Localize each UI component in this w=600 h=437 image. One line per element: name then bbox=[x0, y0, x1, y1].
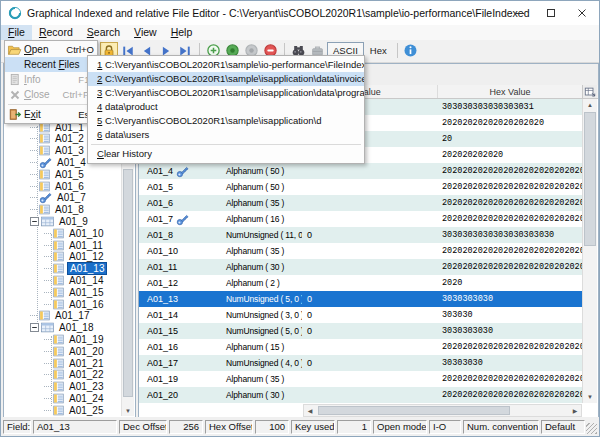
field-hex-cell: 30303030 bbox=[438, 355, 582, 371]
tree-item-a01_22[interactable]: A01_22 bbox=[44, 369, 105, 381]
table-row[interactable]: A01_15NumUnsigned ( 5, 0 )03030303030 bbox=[139, 323, 582, 339]
tree-item-label: A01_21 bbox=[67, 358, 105, 369]
tree-item-a01_7[interactable]: A01_7 bbox=[30, 192, 88, 204]
recent-file-item[interactable]: Clear History bbox=[88, 147, 364, 161]
menubar-item-search[interactable]: Search bbox=[80, 25, 127, 40]
table-row[interactable]: A01_14NumUnsigned ( 3, 0 )0303030 bbox=[139, 307, 582, 323]
field-name: A01_16 bbox=[147, 339, 178, 355]
table-row[interactable]: A01_20Alphanum ( 30 )2020202020202020202… bbox=[139, 387, 582, 403]
field-document-icon bbox=[39, 133, 50, 144]
table-row[interactable]: A01_12Alphanum ( 2 )2020 bbox=[139, 275, 582, 291]
table-row[interactable]: A01_13NumUnsigned ( 5, 0 )03030303030 bbox=[139, 291, 582, 307]
tree-item-a01_3[interactable]: A01_3 bbox=[30, 145, 86, 157]
table-row[interactable]: A01_10Alphanum ( 35 )2020202020202020202… bbox=[139, 243, 582, 259]
field-name: A01_17 bbox=[147, 355, 178, 371]
menubar-item-help[interactable]: Help bbox=[164, 25, 200, 40]
column-settings-icon[interactable] bbox=[582, 85, 597, 99]
table-row[interactable]: A01_11Alphanum ( 30 )2020202020202020202… bbox=[139, 259, 582, 275]
tree-item-a01_6[interactable]: A01_6 bbox=[30, 180, 86, 192]
tree-scroll-thumb[interactable] bbox=[123, 169, 133, 397]
tree-item-a01_10[interactable]: A01_10 bbox=[44, 227, 105, 239]
tree-item-a01_2[interactable]: A01_2 bbox=[30, 133, 86, 145]
tree-item-a01_11[interactable]: A01_11 bbox=[44, 239, 105, 251]
scroll-down-icon[interactable]: ▼ bbox=[122, 405, 134, 416]
field-hex-cell: 20202020202020202020 bbox=[438, 115, 582, 131]
recent-file-item[interactable]: 1 C:\Veryant\isCOBOL2020R1\sample\io-per… bbox=[88, 58, 364, 72]
tree-item-a01_18[interactable]: A01_18 bbox=[30, 322, 95, 334]
tree-branch-line bbox=[44, 351, 51, 352]
tree-item-a01_16[interactable]: A01_16 bbox=[44, 298, 105, 310]
tree-item-a01_8[interactable]: A01_8 bbox=[30, 204, 86, 216]
table-row[interactable]: A01_16Alphanum ( 15 )2020202020202020202… bbox=[139, 339, 582, 355]
tree-branch-line bbox=[30, 315, 37, 316]
table-horizontal-scrollbar[interactable]: ◀ ▶ bbox=[303, 404, 582, 417]
horizontal-scroll-thumb[interactable] bbox=[318, 406, 510, 415]
tree-item-a01_17[interactable]: A01_17 bbox=[30, 310, 91, 322]
recent-file-item[interactable]: 6 data\users bbox=[88, 128, 364, 142]
recent-file-item[interactable]: 2 C:\Veryant\isCOBOL2020R1\sample\isappl… bbox=[88, 72, 364, 86]
table-row[interactable]: A01_8NumUnsigned ( 11, 0 )03030303030303… bbox=[139, 227, 582, 243]
menu-item-recent-files[interactable]: Recent Files› bbox=[5, 57, 97, 72]
maximize-button[interactable] bbox=[535, 2, 566, 24]
tree-item-a01_4[interactable]: A01_4 bbox=[30, 156, 88, 168]
tree-item-a01_23[interactable]: A01_23 bbox=[44, 381, 105, 393]
field-name-cell: A01_11 bbox=[139, 259, 222, 275]
tree-item-a01_13[interactable]: A01_13 bbox=[44, 263, 107, 275]
table-vertical-scrollbar[interactable]: ▲ ▼ bbox=[582, 99, 597, 403]
table-row[interactable]: A01_4Alphanum ( 50 )20202020202020202020… bbox=[139, 163, 582, 179]
tree-item-a01_25[interactable]: A01_25 bbox=[44, 404, 105, 416]
tree-item-a01_24[interactable]: A01_24 bbox=[44, 392, 105, 404]
recent-file-item[interactable]: 4 data\product bbox=[88, 100, 364, 114]
menubar-item-record[interactable]: Record bbox=[32, 25, 80, 40]
recent-file-item[interactable]: 3 C:\Veryant\isCOBOL2020R1\sample\isappl… bbox=[88, 86, 364, 100]
open-folder-icon bbox=[5, 43, 24, 56]
menu-item-open[interactable]: OpenCtrl+O bbox=[5, 42, 97, 57]
tree-item-a01_20[interactable]: A01_20 bbox=[44, 345, 105, 357]
file-menu: OpenCtrl+ORecent Files›InfoF11CloseCtrl+… bbox=[4, 40, 98, 124]
minimize-button[interactable] bbox=[504, 2, 535, 24]
menu-separator bbox=[91, 144, 361, 145]
tree-item-a01_12[interactable]: A01_12 bbox=[44, 251, 105, 263]
menu-item-info[interactable]: InfoF11 bbox=[5, 72, 97, 87]
menu-item-exit[interactable]: ExitEsc bbox=[5, 107, 97, 122]
close-icon bbox=[577, 8, 587, 18]
table-row[interactable]: A01_19Alphanum ( 35 )2020202020202020202… bbox=[139, 371, 582, 387]
status-value: 100 bbox=[255, 420, 289, 434]
scroll-up-icon[interactable]: ▲ bbox=[583, 99, 597, 111]
tree-item-a01_9[interactable]: A01_9 bbox=[30, 215, 90, 227]
scroll-right-icon[interactable]: ▶ bbox=[569, 405, 581, 416]
scroll-down-icon[interactable]: ▼ bbox=[583, 391, 597, 403]
table-row[interactable]: A01_5Alphanum ( 50 )20202020202020202020… bbox=[139, 179, 582, 195]
tree-item-a01_15[interactable]: A01_15 bbox=[44, 286, 105, 298]
tree-branch-line bbox=[30, 186, 37, 187]
menubar-item-file[interactable]: File bbox=[1, 25, 32, 40]
resize-grip[interactable] bbox=[586, 423, 597, 434]
table-row[interactable]: A01_17NumUnsigned ( 4, 0 )030303030 bbox=[139, 355, 582, 371]
table-row[interactable]: A01_7Alphanum ( 16 )20202020202020202020… bbox=[139, 211, 582, 227]
field-name-cell: A01_5 bbox=[139, 179, 222, 195]
tree-item-a01_19[interactable]: A01_19 bbox=[44, 333, 105, 345]
menubar-item-view[interactable]: View bbox=[127, 25, 164, 40]
tree-branch-line bbox=[30, 209, 37, 210]
field-value-cell bbox=[302, 275, 438, 291]
scroll-left-icon[interactable]: ◀ bbox=[304, 405, 316, 416]
menu-item-close[interactable]: CloseCtrl+F4 bbox=[5, 87, 97, 102]
vertical-scroll-thumb[interactable] bbox=[584, 112, 596, 246]
close-button[interactable] bbox=[566, 2, 597, 24]
field-type-cell: NumUnsigned ( 5, 0 ) bbox=[222, 291, 302, 307]
table-row[interactable]: A01_6Alphanum ( 35 )20202020202020202020… bbox=[139, 195, 582, 211]
field-hex-cell: 303030303030303031 bbox=[438, 99, 582, 115]
group-field-icon bbox=[41, 216, 54, 227]
tree-item-label: A01_5 bbox=[53, 169, 86, 180]
maximize-icon bbox=[546, 8, 556, 18]
tree-item-a01_5[interactable]: A01_5 bbox=[30, 168, 86, 180]
key-icon bbox=[176, 165, 189, 178]
hex-column-header[interactable]: Hex Value bbox=[438, 85, 582, 98]
recent-file-item[interactable]: 5 C:\Veryant\isCOBOL2020R1\sample\isappl… bbox=[88, 114, 364, 128]
tree-item-label: A01_9 bbox=[57, 216, 90, 227]
tree-item-a01_21[interactable]: A01_21 bbox=[44, 357, 105, 369]
hex-toggle[interactable]: Hex bbox=[365, 43, 392, 58]
info-icon[interactable] bbox=[402, 42, 420, 60]
tree-item-a01_14[interactable]: A01_14 bbox=[44, 274, 105, 286]
recent-files-submenu: 1 C:\Veryant\isCOBOL2020R1\sample\io-per… bbox=[87, 55, 365, 164]
